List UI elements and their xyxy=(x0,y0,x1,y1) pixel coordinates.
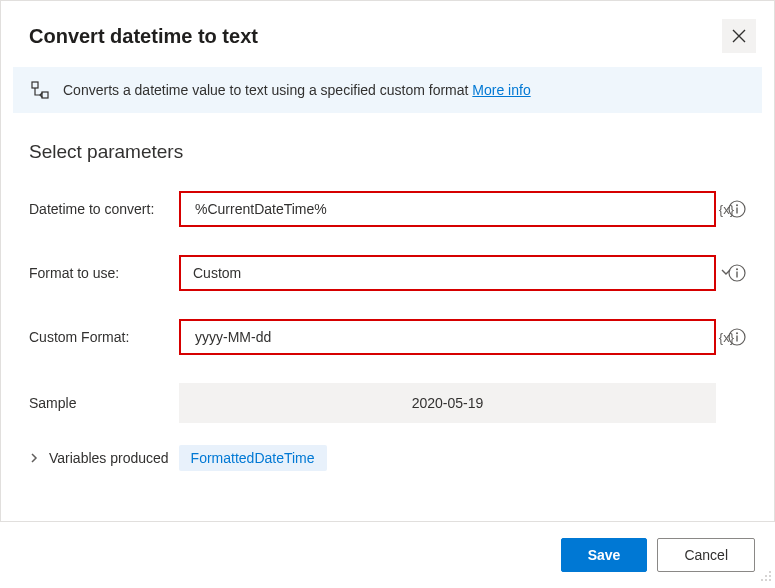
svg-point-14 xyxy=(761,579,763,581)
svg-point-3 xyxy=(736,204,738,206)
format-select[interactable]: Custom xyxy=(179,255,716,291)
svg-point-15 xyxy=(765,579,767,581)
svg-rect-4 xyxy=(736,208,737,214)
svg-point-16 xyxy=(769,579,771,581)
svg-rect-7 xyxy=(736,272,737,278)
datetime-input[interactable]: {x} xyxy=(179,191,716,227)
close-icon xyxy=(732,29,746,43)
info-text: Converts a datetime value to text using … xyxy=(63,82,531,98)
variables-produced-row: Variables produced FormattedDateTime xyxy=(29,445,746,471)
info-icon-custom[interactable] xyxy=(728,328,746,346)
row-format: Format to use: Custom xyxy=(29,255,746,291)
label-format: Format to use: xyxy=(29,265,179,281)
dialog-title: Convert datetime to text xyxy=(29,25,258,48)
datetime-input-text[interactable] xyxy=(193,200,674,218)
svg-point-9 xyxy=(736,332,738,334)
label-datetime: Datetime to convert: xyxy=(29,201,179,217)
variables-produced-label: Variables produced xyxy=(49,450,169,466)
row-sample: Sample 2020-05-19 xyxy=(29,383,746,423)
expand-variables-toggle[interactable] xyxy=(29,450,39,466)
dialog-footer: Save Cancel xyxy=(0,521,775,588)
row-datetime: Datetime to convert: {x} xyxy=(29,191,746,227)
dialog-header: Convert datetime to text xyxy=(1,1,774,67)
resize-grip-icon[interactable] xyxy=(760,569,772,585)
custom-format-input-text[interactable] xyxy=(193,328,674,346)
svg-point-13 xyxy=(769,575,771,577)
info-banner: Converts a datetime value to text using … xyxy=(13,67,762,113)
more-info-link[interactable]: More info xyxy=(472,82,530,98)
info-icon-format[interactable] xyxy=(728,264,746,282)
variable-chip[interactable]: FormattedDateTime xyxy=(179,445,327,471)
label-custom: Custom Format: xyxy=(29,329,179,345)
dialog-body: Select parameters Datetime to convert: {… xyxy=(1,113,774,471)
custom-format-input[interactable]: {x} xyxy=(179,319,716,355)
svg-point-11 xyxy=(769,571,771,573)
sample-value: 2020-05-19 xyxy=(179,383,716,423)
svg-point-6 xyxy=(736,268,738,270)
cancel-button[interactable]: Cancel xyxy=(657,538,755,572)
svg-point-12 xyxy=(765,575,767,577)
save-button[interactable]: Save xyxy=(561,538,648,572)
section-title: Select parameters xyxy=(29,141,746,163)
label-sample: Sample xyxy=(29,395,179,411)
action-icon xyxy=(31,81,49,99)
close-button[interactable] xyxy=(722,19,756,53)
format-select-value: Custom xyxy=(193,265,241,281)
info-description: Converts a datetime value to text using … xyxy=(63,82,472,98)
svg-rect-0 xyxy=(32,82,38,88)
info-icon-datetime[interactable] xyxy=(728,200,746,218)
svg-rect-10 xyxy=(736,336,737,342)
row-custom: Custom Format: {x} xyxy=(29,319,746,355)
svg-rect-1 xyxy=(42,92,48,98)
